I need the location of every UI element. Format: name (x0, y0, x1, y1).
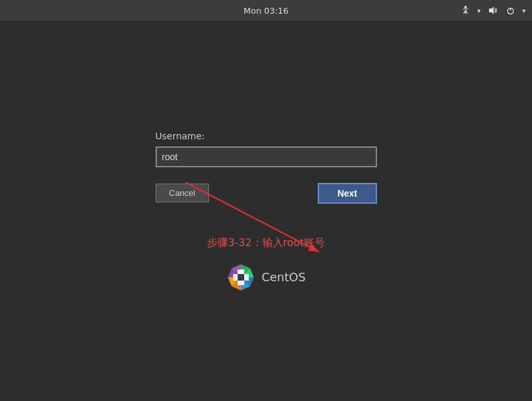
topbar-time: Mon 03:16 (244, 6, 288, 16)
cancel-button[interactable]: Cancel (156, 184, 209, 202)
centos-logo-icon (227, 263, 255, 292)
next-button[interactable]: Next (318, 183, 376, 204)
username-label: Username: (156, 131, 205, 141)
power-icon[interactable] (504, 4, 517, 17)
volume-icon[interactable] (486, 4, 499, 17)
topbar: Mon 03:16 ▾ ▾ (0, 0, 532, 21)
centos-name: CentOS (262, 270, 306, 284)
step-annotation: 步骤3-32：输入root账号 (207, 236, 324, 250)
svg-marker-1 (489, 7, 494, 14)
accessibility-icon[interactable] (459, 4, 472, 17)
login-box: Username: Cancel Next (156, 131, 377, 204)
username-input[interactable] (156, 146, 377, 167)
svg-rect-14 (238, 274, 244, 281)
buttons-row: Cancel Next (156, 183, 377, 204)
centos-logo: CentOS (227, 263, 306, 292)
accessibility-chevron[interactable]: ▾ (477, 7, 481, 14)
main-content: Username: Cancel Next 步骤3-32：输入root账号 (0, 21, 532, 401)
svg-point-0 (464, 6, 467, 8)
power-chevron[interactable]: ▾ (522, 7, 525, 14)
topbar-icons: ▾ ▾ (459, 4, 525, 17)
